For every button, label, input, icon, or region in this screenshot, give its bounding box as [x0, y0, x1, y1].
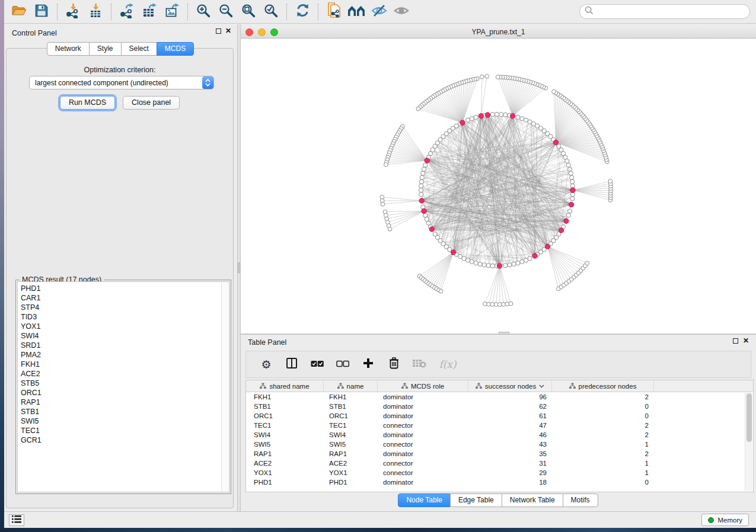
- list-item[interactable]: STB1: [21, 407, 229, 416]
- scrollbar-thumb[interactable]: [747, 393, 752, 442]
- mcds-list-scrollbar[interactable]: [221, 282, 229, 492]
- float-window-icon[interactable]: [733, 338, 738, 344]
- tab-edge-table[interactable]: Edge Table: [450, 493, 502, 507]
- table-row[interactable]: SWI5SWI5connector431: [246, 440, 753, 449]
- table-row[interactable]: ACE2ACE2connector311: [246, 459, 753, 468]
- show-all-button[interactable]: [392, 2, 411, 21]
- zoom-fit-button[interactable]: [239, 2, 258, 21]
- zoom-out-button[interactable]: [216, 2, 235, 21]
- table-row[interactable]: FKH1FKH1dominator962: [246, 392, 753, 402]
- cell: SWI5: [324, 441, 378, 448]
- list-item[interactable]: STB5: [21, 379, 229, 388]
- add-row-button[interactable]: [361, 357, 375, 371]
- search-input[interactable]: [597, 8, 745, 16]
- checked-boxes-icon: [311, 359, 324, 370]
- list-item[interactable]: TID3: [21, 312, 229, 322]
- mcds-result-items: PHD1CAR1STP4TID3YOX1SWI4SRD1PMA2FKH1ACE2…: [18, 282, 229, 445]
- toolbar-separator: [111, 4, 111, 20]
- app-window: Control Panel ✕ NetworkStyleSelectMCDS O…: [4, 0, 756, 528]
- table-scrollbar[interactable]: [745, 393, 752, 491]
- first-neighbors-button[interactable]: [347, 2, 366, 21]
- import-table-button[interactable]: [86, 2, 105, 21]
- float-window-icon[interactable]: [216, 28, 221, 34]
- tab-select[interactable]: Select: [121, 42, 157, 56]
- export-image-button[interactable]: [162, 2, 181, 21]
- export-table-icon: [142, 3, 158, 21]
- run-mcds-button[interactable]: Run MCDS: [60, 96, 115, 110]
- table-row[interactable]: RAP1RAP1dominator352: [246, 449, 753, 459]
- list-item[interactable]: RAP1: [21, 398, 229, 407]
- column-header-MCDS-role[interactable]: MCDS role: [378, 380, 468, 392]
- table-row[interactable]: STB1STB1dominator620: [246, 402, 753, 411]
- delete-rows-button[interactable]: [387, 357, 401, 371]
- function-builder-button-disabled: f(x): [438, 357, 458, 371]
- tab-network[interactable]: Network: [47, 42, 90, 56]
- list-item[interactable]: PHD1: [21, 284, 229, 293]
- close-panel-icon[interactable]: ✕: [225, 28, 231, 34]
- node-table-header: shared namenameMCDS rolesuccessor nodesp…: [246, 380, 753, 392]
- select-all-button[interactable]: [310, 357, 324, 371]
- table-row[interactable]: ORC1ORC1dominator610: [246, 411, 753, 421]
- memory-button[interactable]: Memory: [701, 514, 749, 526]
- tab-node-table[interactable]: Node Table: [398, 493, 451, 507]
- network-canvas[interactable]: [241, 39, 756, 334]
- show-panels-button[interactable]: [9, 514, 24, 526]
- table-options-button[interactable]: ⚙: [259, 357, 273, 371]
- list-item[interactable]: CAR1: [21, 293, 229, 303]
- list-item[interactable]: SWI5: [21, 416, 229, 426]
- show-columns-button[interactable]: [285, 357, 299, 371]
- tab-style[interactable]: Style: [89, 42, 122, 56]
- tab-mcds[interactable]: MCDS: [157, 42, 194, 56]
- column-header-successor-nodes[interactable]: successor nodes: [468, 380, 552, 392]
- cell: STB1: [324, 403, 378, 410]
- network-window-titlebar[interactable]: YPA_prune.txt_1: [241, 26, 756, 39]
- column-header-name[interactable]: name: [324, 380, 378, 392]
- hide-selected-button[interactable]: [369, 2, 388, 21]
- list-item[interactable]: GCR1: [21, 435, 229, 445]
- list-item[interactable]: YOX1: [21, 322, 229, 331]
- column-header-predecessor-nodes[interactable]: predecessor nodes: [552, 380, 654, 392]
- mcds-result-group: MCDS result (17 nodes) PHD1CAR1STP4TID3Y…: [15, 280, 231, 494]
- new-network-from-selection-button[interactable]: [324, 2, 343, 21]
- screen: Control Panel ✕ NetworkStyleSelectMCDS O…: [0, 0, 756, 532]
- network-graph[interactable]: [241, 39, 756, 334]
- open-session-button[interactable]: [9, 2, 28, 21]
- import-network-button[interactable]: [63, 2, 82, 21]
- cell: connector: [378, 460, 468, 467]
- save-session-button[interactable]: [32, 2, 51, 21]
- tab-motifs[interactable]: Motifs: [563, 493, 598, 507]
- table-row[interactable]: YOX1YOX1connector291: [246, 468, 753, 477]
- apply-layout-button[interactable]: [293, 2, 312, 21]
- close-panel-button[interactable]: Close panel: [123, 96, 180, 110]
- table-row[interactable]: TEC1TEC1connector472: [246, 421, 753, 430]
- export-network-button[interactable]: [117, 2, 136, 21]
- optimization-criterion-select[interactable]: largest connected component (undirected): [29, 76, 214, 89]
- memory-status-icon: [708, 517, 714, 523]
- export-table-button[interactable]: [140, 2, 159, 21]
- cell: ORC1: [324, 412, 378, 419]
- zoom-out-icon: [218, 3, 234, 21]
- column-header-shared-name[interactable]: shared name: [246, 380, 324, 392]
- mcds-result-list[interactable]: PHD1CAR1STP4TID3YOX1SWI4SRD1PMA2FKH1ACE2…: [17, 281, 229, 492]
- table-row[interactable]: PHD1PHD1dominator180: [246, 477, 753, 487]
- list-item[interactable]: SRD1: [21, 341, 229, 350]
- list-item[interactable]: ACE2: [21, 369, 229, 379]
- table-row[interactable]: SWI4SWI4dominator462: [246, 430, 753, 440]
- selected-criterion-value: largest connected component (undirected): [30, 79, 202, 87]
- zoom-in-button[interactable]: [194, 2, 213, 21]
- cell: YOX1: [246, 469, 324, 476]
- control-panel-title: Control Panel: [12, 29, 57, 37]
- deselect-all-button[interactable]: [336, 357, 350, 371]
- close-panel-icon[interactable]: ✕: [743, 338, 749, 344]
- list-item[interactable]: STP4: [21, 303, 229, 312]
- splitter-handle[interactable]: [238, 262, 240, 273]
- list-item[interactable]: PMA2: [21, 350, 229, 360]
- list-item[interactable]: SWI4: [21, 331, 229, 341]
- list-item[interactable]: FKH1: [21, 360, 229, 369]
- list-item[interactable]: ORC1: [21, 388, 229, 398]
- search-box[interactable]: [579, 4, 750, 19]
- zoom-selected-icon: [263, 3, 279, 21]
- zoom-selected-button[interactable]: [261, 2, 280, 21]
- tab-network-table[interactable]: Network Table: [502, 493, 563, 507]
- list-item[interactable]: TEC1: [21, 426, 229, 435]
